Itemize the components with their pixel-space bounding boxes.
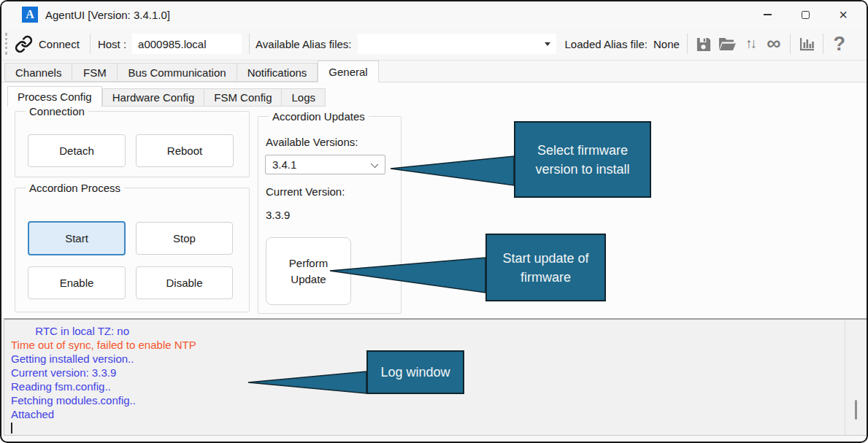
loaded-alias-label: Loaded Alias file: [565, 38, 648, 50]
infinity-icon: ∞ [767, 36, 780, 52]
maximize-icon [802, 11, 810, 19]
tab-logs[interactable]: Logs [282, 88, 326, 107]
enable-button[interactable]: Enable [28, 266, 126, 299]
version-combobox[interactable]: 3.4.1 [265, 155, 385, 174]
connect-label: Connect [39, 38, 80, 50]
host-input[interactable] [132, 34, 242, 54]
accordion-updates-legend: Accordion Updates [269, 110, 369, 123]
version-combobox-value: 3.4.1 [272, 158, 296, 171]
current-version-label: Current Version: [266, 185, 345, 198]
bar-chart-icon [798, 35, 815, 53]
open-file-button[interactable] [715, 31, 739, 56]
tab-hardware-config[interactable]: Hardware Config [102, 88, 205, 107]
loop-button[interactable]: ∞ [762, 31, 786, 56]
toolbar-separator [687, 34, 688, 54]
connect-button[interactable]: Connect [7, 32, 85, 56]
window-controls: × [748, 1, 862, 28]
perform-update-button[interactable]: Perform Update [266, 237, 351, 305]
alias-files-label: Available Alias files: [256, 38, 351, 50]
start-button[interactable]: Start [28, 221, 126, 255]
toolbar-separator [790, 34, 791, 54]
up-down-arrows-icon: ↑↓ [745, 36, 755, 52]
accordion-process-legend: Accordion Process [26, 182, 124, 194]
tab-general[interactable]: General [318, 61, 378, 82]
log-line: RTC in local TZ: no [11, 324, 859, 338]
open-folder-icon [718, 36, 737, 52]
main-tab-bar: Channels FSM Bus Communication Notificat… [1, 61, 867, 82]
stop-button[interactable]: Stop [136, 222, 233, 255]
tab-fsm-config[interactable]: FSM Config [204, 88, 282, 107]
scrollbar-thumb[interactable] [855, 400, 857, 420]
tab-notifications[interactable]: Notifications [237, 63, 318, 82]
available-versions-label: Available Versions: [266, 136, 358, 148]
tab-channels[interactable]: Channels [4, 63, 72, 82]
save-button[interactable] [692, 31, 715, 56]
toolbar-separator [90, 34, 91, 54]
scrollbar-track [845, 320, 845, 435]
connection-legend: Connection [26, 105, 88, 118]
title-bar: A AgentUI [Version: 3.4.1.0] × [1, 1, 867, 28]
maximize-button[interactable] [786, 1, 824, 28]
alias-files-combobox[interactable] [358, 34, 556, 54]
perform-update-label-line1: Perform [289, 255, 328, 271]
chart-button[interactable] [795, 31, 818, 56]
host-label: Host : [98, 38, 126, 50]
toolbar-separator [249, 34, 250, 54]
detach-button[interactable]: Detach [28, 134, 126, 167]
callout-log-window: Log window [366, 350, 464, 394]
disable-button[interactable]: Disable [136, 266, 233, 299]
save-icon [695, 36, 712, 53]
chevron-down-icon [371, 161, 378, 168]
perform-update-label-line2: Update [291, 271, 326, 288]
minimize-icon [764, 14, 772, 15]
sub-tab-bar: Process Config Hardware Config FSM Confi… [7, 86, 326, 107]
text-caret [11, 423, 12, 434]
callout-select-firmware: Select firmware version to install [514, 121, 651, 198]
tab-bus-communication[interactable]: Bus Communication [118, 63, 237, 82]
tab-fsm[interactable]: FSM [72, 63, 118, 82]
loaded-alias-value: None [653, 38, 680, 50]
tab-process-config[interactable]: Process Config [7, 86, 102, 107]
log-line: Attached [11, 407, 859, 421]
callout-start-update: Start update of firmware [485, 234, 606, 301]
chevron-down-icon [545, 42, 550, 46]
toolbar-separator [823, 34, 823, 54]
window-title: AgentUI [Version: 3.4.1.0] [45, 9, 170, 21]
sync-button[interactable]: ↑↓ [739, 31, 762, 56]
question-mark-icon: ? [834, 33, 846, 55]
app-window: A AgentUI [Version: 3.4.1.0] × Connect H… [0, 0, 868, 443]
help-button[interactable]: ? [828, 31, 851, 56]
log-line: Fetching modules.config.. [11, 393, 859, 407]
close-icon: × [839, 7, 848, 22]
toolbar: Connect Host : Available Alias files: Lo… [1, 28, 867, 61]
reboot-button[interactable]: Reboot [136, 134, 234, 167]
current-version-value: 3.3.9 [266, 209, 290, 221]
app-icon-letter: A [26, 8, 34, 21]
app-icon: A [22, 7, 38, 23]
link-icon [15, 35, 33, 53]
close-button[interactable]: × [824, 1, 862, 28]
minimize-button[interactable] [748, 1, 786, 28]
